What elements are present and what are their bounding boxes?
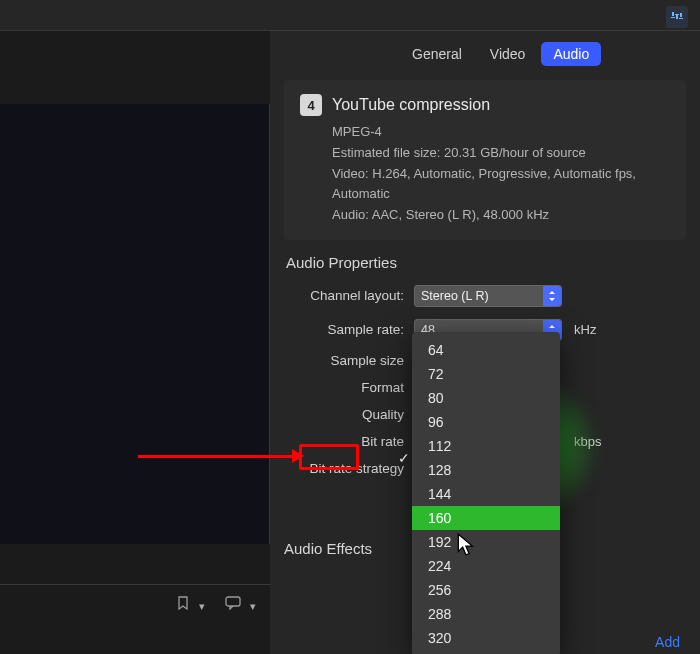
chevron-updown-icon — [543, 286, 561, 306]
audio-settings-icon[interactable] — [666, 6, 688, 28]
dropdown-item[interactable]: 288 — [412, 602, 560, 626]
dropdown-item[interactable]: 72 — [412, 362, 560, 386]
tab-video[interactable]: Video — [478, 42, 538, 66]
bookmark-icon[interactable] — [176, 594, 205, 615]
comment-icon[interactable] — [225, 594, 256, 615]
tab-audio[interactable]: Audio — [541, 42, 601, 66]
sample-rate-label: Sample rate: — [284, 322, 414, 337]
preset-video: Video: H.264, Automatic, Progressive, Au… — [332, 164, 670, 206]
channel-layout-label: Channel layout: — [284, 288, 414, 303]
channel-layout-select[interactable]: Stereo (L R) — [414, 285, 562, 307]
format-label: Format — [284, 380, 414, 395]
svg-rect-1 — [676, 15, 678, 19]
svg-rect-3 — [671, 17, 675, 18]
svg-rect-6 — [226, 597, 240, 606]
dropdown-item[interactable]: 320 — [412, 626, 560, 650]
preview-area — [0, 104, 270, 544]
dropdown-item[interactable]: 128 — [412, 458, 560, 482]
preset-audio: Audio: AAC, Stereo (L R), 48.000 kHz — [332, 205, 670, 226]
dropdown-item-selected[interactable]: 160 — [412, 506, 560, 530]
checkmark-icon: ✓ — [398, 450, 410, 466]
bit-rate-dropdown[interactable]: 64 72 80 96 112 128 144 160 192 224 256 … — [412, 332, 560, 654]
inspector-tabs: General Video Audio — [400, 42, 601, 66]
quality-label: Quality — [284, 407, 414, 422]
svg-rect-2 — [680, 13, 682, 17]
svg-rect-4 — [675, 14, 679, 15]
preset-summary-card: 4 YouTube compression MPEG-4 Estimated f… — [284, 80, 686, 240]
dropdown-item[interactable]: 144 — [412, 482, 560, 506]
preset-container: MPEG-4 — [332, 122, 670, 143]
svg-rect-5 — [679, 18, 683, 19]
dropdown-item[interactable]: 256 — [412, 578, 560, 602]
preset-size: Estimated file size: 20.31 GB/hour of so… — [332, 143, 670, 164]
preset-title: YouTube compression — [332, 96, 490, 114]
preset-index-badge: 4 — [300, 94, 322, 116]
annotation-arrow — [138, 455, 296, 458]
dropdown-item[interactable]: 64 — [412, 338, 560, 362]
audio-properties-title: Audio Properties — [286, 254, 686, 271]
bottom-toolbar — [0, 584, 270, 624]
bit-rate-unit: kbps — [574, 434, 601, 449]
sample-rate-unit: kHz — [574, 322, 596, 337]
dropdown-item[interactable]: 224 — [412, 554, 560, 578]
dropdown-item[interactable]: 192 — [412, 530, 560, 554]
tab-general[interactable]: General — [400, 42, 474, 66]
dropdown-item[interactable]: 112 — [412, 434, 560, 458]
svg-rect-0 — [672, 12, 674, 16]
annotation-highlight — [299, 444, 359, 470]
dropdown-item[interactable]: 96 — [412, 410, 560, 434]
dropdown-item[interactable]: 80 — [412, 386, 560, 410]
sample-size-label: Sample size — [284, 353, 414, 368]
channel-layout-value: Stereo (L R) — [421, 289, 489, 303]
